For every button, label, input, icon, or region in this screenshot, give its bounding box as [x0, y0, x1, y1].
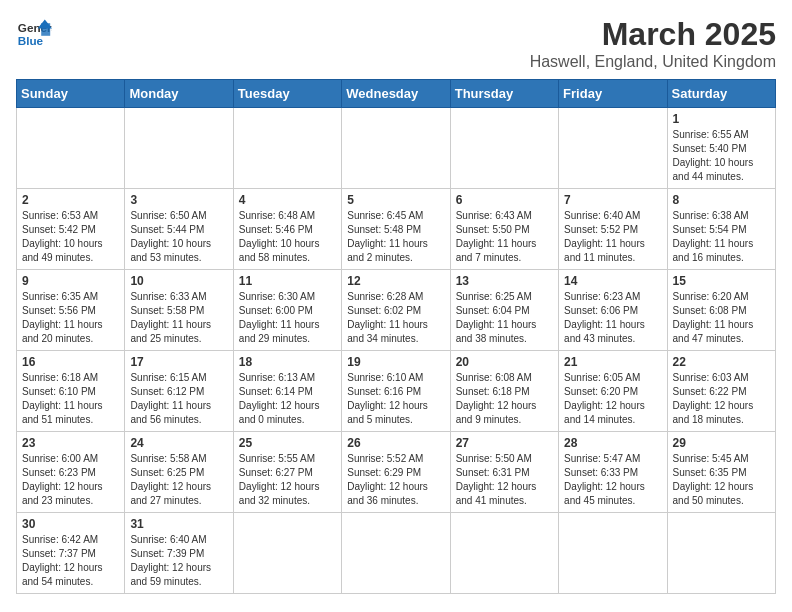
day-number: 21 — [564, 355, 661, 369]
day-info: Sunrise: 6:15 AM Sunset: 6:12 PM Dayligh… — [130, 371, 227, 427]
day-info: Sunrise: 6:40 AM Sunset: 5:52 PM Dayligh… — [564, 209, 661, 265]
calendar-week-row: 9Sunrise: 6:35 AM Sunset: 5:56 PM Daylig… — [17, 270, 776, 351]
day-number: 17 — [130, 355, 227, 369]
calendar-day-cell: 23Sunrise: 6:00 AM Sunset: 6:23 PM Dayli… — [17, 432, 125, 513]
calendar-day-cell: 15Sunrise: 6:20 AM Sunset: 6:08 PM Dayli… — [667, 270, 775, 351]
day-info: Sunrise: 6:28 AM Sunset: 6:02 PM Dayligh… — [347, 290, 444, 346]
calendar-day-cell: 4Sunrise: 6:48 AM Sunset: 5:46 PM Daylig… — [233, 189, 341, 270]
day-number: 31 — [130, 517, 227, 531]
calendar-day-cell: 27Sunrise: 5:50 AM Sunset: 6:31 PM Dayli… — [450, 432, 558, 513]
day-info: Sunrise: 6:45 AM Sunset: 5:48 PM Dayligh… — [347, 209, 444, 265]
calendar-day-cell — [559, 513, 667, 594]
day-number: 3 — [130, 193, 227, 207]
calendar-day-cell: 25Sunrise: 5:55 AM Sunset: 6:27 PM Dayli… — [233, 432, 341, 513]
weekday-header: Thursday — [450, 80, 558, 108]
calendar-day-cell: 21Sunrise: 6:05 AM Sunset: 6:20 PM Dayli… — [559, 351, 667, 432]
day-number: 7 — [564, 193, 661, 207]
day-number: 15 — [673, 274, 770, 288]
day-info: Sunrise: 6:35 AM Sunset: 5:56 PM Dayligh… — [22, 290, 119, 346]
day-number: 27 — [456, 436, 553, 450]
day-number: 30 — [22, 517, 119, 531]
day-number: 9 — [22, 274, 119, 288]
calendar-day-cell: 17Sunrise: 6:15 AM Sunset: 6:12 PM Dayli… — [125, 351, 233, 432]
weekday-header: Monday — [125, 80, 233, 108]
day-number: 29 — [673, 436, 770, 450]
day-number: 11 — [239, 274, 336, 288]
title-block: March 2025 Haswell, England, United King… — [530, 16, 776, 71]
calendar-day-cell — [233, 513, 341, 594]
day-number: 23 — [22, 436, 119, 450]
day-number: 26 — [347, 436, 444, 450]
calendar-day-cell — [233, 108, 341, 189]
day-number: 16 — [22, 355, 119, 369]
calendar-day-cell: 8Sunrise: 6:38 AM Sunset: 5:54 PM Daylig… — [667, 189, 775, 270]
svg-text:Blue: Blue — [18, 34, 44, 47]
day-info: Sunrise: 6:13 AM Sunset: 6:14 PM Dayligh… — [239, 371, 336, 427]
day-number: 6 — [456, 193, 553, 207]
weekday-header: Tuesday — [233, 80, 341, 108]
weekday-header-row: SundayMondayTuesdayWednesdayThursdayFrid… — [17, 80, 776, 108]
day-info: Sunrise: 6:48 AM Sunset: 5:46 PM Dayligh… — [239, 209, 336, 265]
day-info: Sunrise: 6:42 AM Sunset: 7:37 PM Dayligh… — [22, 533, 119, 589]
day-number: 22 — [673, 355, 770, 369]
day-info: Sunrise: 6:50 AM Sunset: 5:44 PM Dayligh… — [130, 209, 227, 265]
day-info: Sunrise: 6:55 AM Sunset: 5:40 PM Dayligh… — [673, 128, 770, 184]
day-info: Sunrise: 6:05 AM Sunset: 6:20 PM Dayligh… — [564, 371, 661, 427]
calendar-day-cell: 7Sunrise: 6:40 AM Sunset: 5:52 PM Daylig… — [559, 189, 667, 270]
logo-icon: General Blue — [16, 16, 52, 52]
calendar-day-cell: 16Sunrise: 6:18 AM Sunset: 6:10 PM Dayli… — [17, 351, 125, 432]
day-info: Sunrise: 6:33 AM Sunset: 5:58 PM Dayligh… — [130, 290, 227, 346]
calendar-day-cell: 12Sunrise: 6:28 AM Sunset: 6:02 PM Dayli… — [342, 270, 450, 351]
day-number: 28 — [564, 436, 661, 450]
day-number: 18 — [239, 355, 336, 369]
calendar-day-cell: 14Sunrise: 6:23 AM Sunset: 6:06 PM Dayli… — [559, 270, 667, 351]
calendar-week-row: 2Sunrise: 6:53 AM Sunset: 5:42 PM Daylig… — [17, 189, 776, 270]
calendar-day-cell: 6Sunrise: 6:43 AM Sunset: 5:50 PM Daylig… — [450, 189, 558, 270]
day-info: Sunrise: 5:47 AM Sunset: 6:33 PM Dayligh… — [564, 452, 661, 508]
calendar-day-cell: 5Sunrise: 6:45 AM Sunset: 5:48 PM Daylig… — [342, 189, 450, 270]
day-info: Sunrise: 5:55 AM Sunset: 6:27 PM Dayligh… — [239, 452, 336, 508]
calendar-day-cell: 20Sunrise: 6:08 AM Sunset: 6:18 PM Dayli… — [450, 351, 558, 432]
calendar-table: SundayMondayTuesdayWednesdayThursdayFrid… — [16, 79, 776, 594]
day-number: 4 — [239, 193, 336, 207]
day-info: Sunrise: 6:25 AM Sunset: 6:04 PM Dayligh… — [456, 290, 553, 346]
calendar-day-cell — [559, 108, 667, 189]
calendar-week-row: 23Sunrise: 6:00 AM Sunset: 6:23 PM Dayli… — [17, 432, 776, 513]
calendar-day-cell: 3Sunrise: 6:50 AM Sunset: 5:44 PM Daylig… — [125, 189, 233, 270]
weekday-header: Wednesday — [342, 80, 450, 108]
calendar-day-cell: 31Sunrise: 6:40 AM Sunset: 7:39 PM Dayli… — [125, 513, 233, 594]
calendar-day-cell: 9Sunrise: 6:35 AM Sunset: 5:56 PM Daylig… — [17, 270, 125, 351]
day-info: Sunrise: 6:03 AM Sunset: 6:22 PM Dayligh… — [673, 371, 770, 427]
weekday-header: Sunday — [17, 80, 125, 108]
calendar-day-cell: 28Sunrise: 5:47 AM Sunset: 6:33 PM Dayli… — [559, 432, 667, 513]
day-info: Sunrise: 5:58 AM Sunset: 6:25 PM Dayligh… — [130, 452, 227, 508]
day-info: Sunrise: 6:18 AM Sunset: 6:10 PM Dayligh… — [22, 371, 119, 427]
page-header: General Blue March 2025 Haswell, England… — [16, 16, 776, 71]
day-number: 5 — [347, 193, 444, 207]
day-info: Sunrise: 5:52 AM Sunset: 6:29 PM Dayligh… — [347, 452, 444, 508]
day-info: Sunrise: 6:30 AM Sunset: 6:00 PM Dayligh… — [239, 290, 336, 346]
day-info: Sunrise: 6:53 AM Sunset: 5:42 PM Dayligh… — [22, 209, 119, 265]
day-info: Sunrise: 6:38 AM Sunset: 5:54 PM Dayligh… — [673, 209, 770, 265]
calendar-day-cell — [17, 108, 125, 189]
calendar-day-cell: 13Sunrise: 6:25 AM Sunset: 6:04 PM Dayli… — [450, 270, 558, 351]
day-number: 8 — [673, 193, 770, 207]
calendar-week-row: 1Sunrise: 6:55 AM Sunset: 5:40 PM Daylig… — [17, 108, 776, 189]
day-info: Sunrise: 6:08 AM Sunset: 6:18 PM Dayligh… — [456, 371, 553, 427]
calendar-day-cell: 29Sunrise: 5:45 AM Sunset: 6:35 PM Dayli… — [667, 432, 775, 513]
weekday-header: Friday — [559, 80, 667, 108]
calendar-week-row: 30Sunrise: 6:42 AM Sunset: 7:37 PM Dayli… — [17, 513, 776, 594]
day-info: Sunrise: 6:00 AM Sunset: 6:23 PM Dayligh… — [22, 452, 119, 508]
day-info: Sunrise: 6:20 AM Sunset: 6:08 PM Dayligh… — [673, 290, 770, 346]
day-number: 2 — [22, 193, 119, 207]
page-subtitle: Haswell, England, United Kingdom — [530, 53, 776, 71]
day-number: 13 — [456, 274, 553, 288]
day-number: 14 — [564, 274, 661, 288]
calendar-day-cell — [342, 108, 450, 189]
day-number: 10 — [130, 274, 227, 288]
day-number: 19 — [347, 355, 444, 369]
calendar-day-cell: 30Sunrise: 6:42 AM Sunset: 7:37 PM Dayli… — [17, 513, 125, 594]
page-title: March 2025 — [530, 16, 776, 53]
logo: General Blue — [16, 16, 52, 52]
day-number: 1 — [673, 112, 770, 126]
